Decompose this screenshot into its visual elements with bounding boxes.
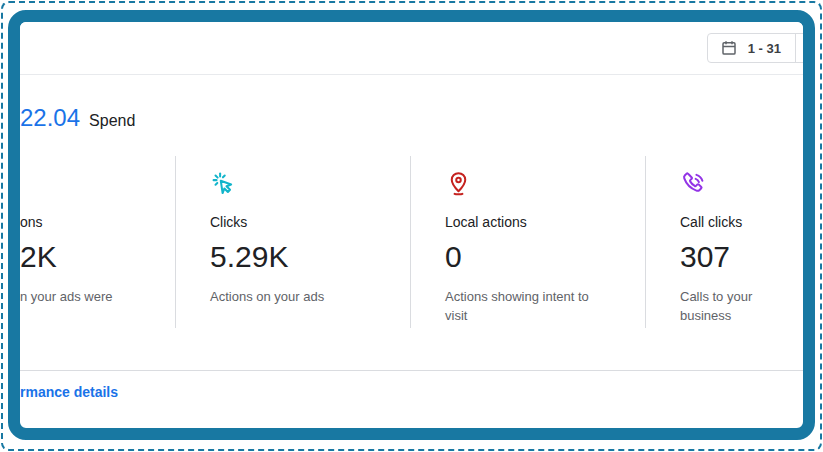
metric-value: 307 — [680, 240, 803, 274]
date-range-cutoff-segment — [806, 34, 815, 62]
page-header: 1 - 31 — [20, 22, 803, 75]
location-pin-icon — [445, 170, 635, 198]
metric-label: Call clicks — [680, 214, 803, 230]
performance-details-link[interactable]: rmance details — [20, 384, 118, 400]
metric-call-clicks: Call clicks 307 Calls to your business — [680, 150, 803, 326]
metric-description: n your ads were — [20, 288, 170, 307]
metric-divider — [410, 156, 411, 328]
date-range-label: 1 - 31 — [748, 41, 781, 56]
metric-description: Calls to your business — [680, 288, 803, 326]
metric-description: Actions showing intent to visit — [445, 288, 603, 326]
metric-clicks: Clicks 5.29K Actions on your ads — [210, 150, 405, 307]
spend-label: Spend — [89, 112, 135, 130]
phone-waves-icon — [680, 170, 803, 198]
metric-description: Actions on your ads — [210, 288, 405, 307]
browser-content-frame: 1 - 31 22.04 Spend ons 2K n your ads wer… — [8, 10, 815, 440]
metric-value: 2K — [20, 240, 170, 274]
metric-impressions: ons 2K n your ads were — [20, 150, 170, 307]
calendar-icon — [720, 39, 738, 57]
metric-label: Local actions — [445, 214, 635, 230]
metric-icon-slot — [20, 170, 170, 198]
metric-local-actions: Local actions 0 Actions showing intent t… — [445, 150, 635, 326]
date-range-divider — [795, 33, 796, 63]
footer-divider — [20, 370, 803, 371]
date-range-picker[interactable]: 1 - 31 — [707, 33, 815, 63]
metric-divider — [645, 156, 646, 328]
metric-value: 0 — [445, 240, 635, 274]
metric-divider — [175, 156, 176, 328]
metric-label: ons — [20, 214, 170, 230]
spend-summary: 22.04 Spend — [20, 104, 135, 132]
metrics-row: ons 2K n your ads were Clicks — [20, 150, 803, 345]
click-icon — [210, 170, 405, 198]
metric-label: Clicks — [210, 214, 405, 230]
spend-amount: 22.04 — [20, 104, 80, 132]
metric-value: 5.29K — [210, 240, 405, 274]
